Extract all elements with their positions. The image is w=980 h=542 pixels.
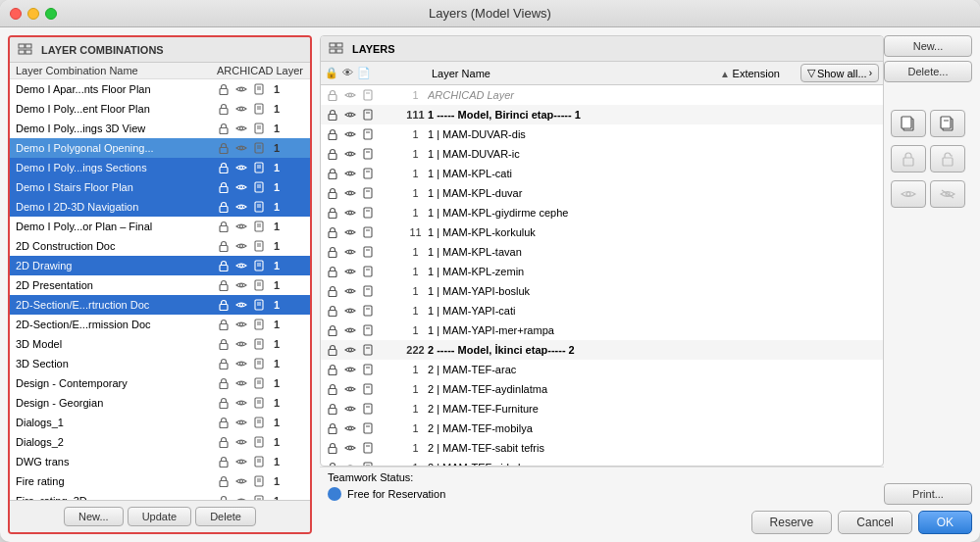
layer-lock-icon[interactable] — [325, 363, 340, 376]
list-item[interactable]: Demo I Poly...or Plan – Final1 — [10, 217, 310, 236]
layer-eye-icon[interactable] — [342, 461, 358, 467]
layer-lock-icon[interactable] — [325, 127, 340, 141]
layer-page-icon[interactable] — [360, 245, 376, 259]
eye-icon[interactable] — [233, 220, 249, 233]
eye-icon[interactable] — [233, 318, 249, 331]
page-icon[interactable] — [251, 102, 267, 116]
new-combination-button[interactable]: New... — [64, 507, 124, 526]
page-icon[interactable] — [251, 416, 267, 429]
layer-eye-icon[interactable] — [342, 363, 358, 376]
show-layer-button[interactable] — [891, 180, 926, 208]
list-item[interactable]: Dialogs_11 — [10, 413, 310, 432]
lock-button[interactable] — [891, 145, 926, 172]
layer-eye-icon[interactable] — [342, 127, 358, 141]
lock-icon[interactable] — [216, 474, 232, 488]
page-icon[interactable] — [251, 435, 267, 449]
lock-icon[interactable] — [216, 220, 232, 233]
layer-page-icon[interactable] — [360, 147, 376, 161]
list-item[interactable]: 2D-Section/E...rmission Doc1 — [10, 315, 310, 334]
layer-row[interactable]: 12 | MAM-TEF-mobilya — [321, 419, 883, 438]
layer-row[interactable]: 11 | MAM-KPL-cati — [321, 164, 883, 183]
layer-page-icon[interactable] — [360, 382, 376, 396]
page-icon[interactable] — [251, 455, 267, 468]
lock-icon[interactable] — [216, 180, 232, 194]
list-item[interactable]: Fire rating1 — [10, 471, 310, 491]
lock-icon[interactable] — [216, 376, 232, 390]
layer-row[interactable]: 11 | MAM-YAPI-cati — [321, 301, 883, 320]
layer-lock-icon[interactable] — [325, 88, 340, 102]
layer-eye-icon[interactable] — [342, 186, 358, 200]
reserve-button[interactable]: Reserve — [751, 511, 833, 534]
page-icon[interactable] — [251, 259, 267, 272]
list-item[interactable]: 3D Section1 — [10, 354, 310, 373]
layer-page-icon[interactable] — [360, 421, 376, 435]
eye-icon[interactable] — [233, 416, 249, 429]
layer-combinations-list[interactable]: Demo I Apar...nts Floor Plan1Demo I Poly… — [10, 79, 310, 500]
eye-icon[interactable] — [233, 278, 249, 292]
layer-row[interactable]: 11 | MAM-KPL-duvar — [321, 183, 883, 203]
lock-icon[interactable] — [216, 298, 232, 312]
layer-lock-icon[interactable] — [325, 167, 340, 180]
page-icon[interactable] — [251, 180, 267, 194]
lock-icon[interactable] — [216, 141, 232, 155]
layer-page-icon[interactable] — [360, 265, 376, 278]
layer-page-icon[interactable] — [360, 167, 376, 180]
list-item[interactable]: Demo I Poly...ings Sections1 — [10, 158, 310, 177]
layer-eye-icon[interactable] — [342, 167, 358, 180]
list-item[interactable]: Fire_rating_3D1 — [10, 491, 310, 500]
layer-lock-icon[interactable] — [325, 265, 340, 278]
eye-icon[interactable] — [233, 474, 249, 488]
layer-lock-icon[interactable] — [325, 304, 340, 318]
eye-icon[interactable] — [233, 82, 249, 96]
layer-eye-icon[interactable] — [342, 245, 358, 259]
layer-page-icon[interactable] — [360, 225, 376, 239]
list-item[interactable]: 2D Construction Doc1 — [10, 236, 310, 256]
layer-row[interactable]: 12 | MAM-TEF-aydinlatma — [321, 379, 883, 399]
lock-icon[interactable] — [216, 239, 232, 253]
layer-lock-icon[interactable] — [325, 186, 340, 200]
eye-icon[interactable] — [233, 141, 249, 155]
layer-row[interactable]: 12 | MAM-TEF-sirkulasvon — [321, 458, 883, 466]
eye-icon[interactable] — [233, 298, 249, 312]
lock-icon[interactable] — [216, 278, 232, 292]
layer-page-icon[interactable] — [360, 304, 376, 318]
layer-page-icon[interactable] — [360, 363, 376, 376]
lock-icon[interactable] — [216, 102, 232, 116]
layer-lock-icon[interactable] — [325, 461, 340, 467]
layer-row[interactable]: 1ARCHICAD Layer — [321, 85, 883, 105]
close-button[interactable] — [10, 8, 22, 20]
layer-row[interactable]: 11 | MAM-YAPI-bosluk — [321, 281, 883, 301]
layer-lock-icon[interactable] — [325, 382, 340, 396]
lock-icon[interactable] — [216, 200, 232, 214]
page-icon[interactable] — [251, 220, 267, 233]
ok-button[interactable]: OK — [918, 511, 972, 534]
layer-row[interactable]: 11 | MAM-YAPI-mer+rampa — [321, 320, 883, 340]
layer-lock-icon[interactable] — [325, 284, 340, 298]
list-item[interactable]: Demo I Polygonal Opening...1 — [10, 138, 310, 158]
page-icon[interactable] — [251, 141, 267, 155]
eye-icon[interactable] — [233, 239, 249, 253]
page-icon[interactable] — [251, 376, 267, 390]
layer-page-icon[interactable] — [360, 343, 376, 357]
layer-lock-icon[interactable] — [325, 402, 340, 416]
new-layer-button[interactable]: New... — [884, 35, 972, 57]
layer-lock-icon[interactable] — [325, 421, 340, 435]
list-item[interactable]: 2D-Section/E...rtruction Doc1 — [10, 295, 310, 315]
layer-row[interactable]: 111 | MAM-KPL-korkuluk — [321, 222, 883, 242]
layer-row[interactable]: 11 | MAM-KPL-tavan — [321, 242, 883, 262]
eye-icon[interactable] — [233, 122, 249, 135]
layer-eye-icon[interactable] — [342, 265, 358, 278]
layer-row[interactable]: 12 | MAM-TEF-Furniture — [321, 399, 883, 419]
layer-lock-icon[interactable] — [325, 225, 340, 239]
layer-row[interactable]: 1111 ----- Model, Birinci etap----- 1 — [321, 105, 883, 124]
list-item[interactable]: 3D Model1 — [10, 334, 310, 354]
page-icon[interactable] — [251, 396, 267, 410]
layer-eye-icon[interactable] — [342, 323, 358, 337]
list-item[interactable]: Demo I Apar...nts Floor Plan1 — [10, 79, 310, 99]
maximize-button[interactable] — [45, 8, 57, 20]
page-icon[interactable] — [251, 122, 267, 135]
update-combination-button[interactable]: Update — [128, 507, 191, 526]
layer-lock-icon[interactable] — [325, 147, 340, 161]
layer-page-icon[interactable] — [360, 441, 376, 455]
page-icon[interactable] — [251, 318, 267, 331]
